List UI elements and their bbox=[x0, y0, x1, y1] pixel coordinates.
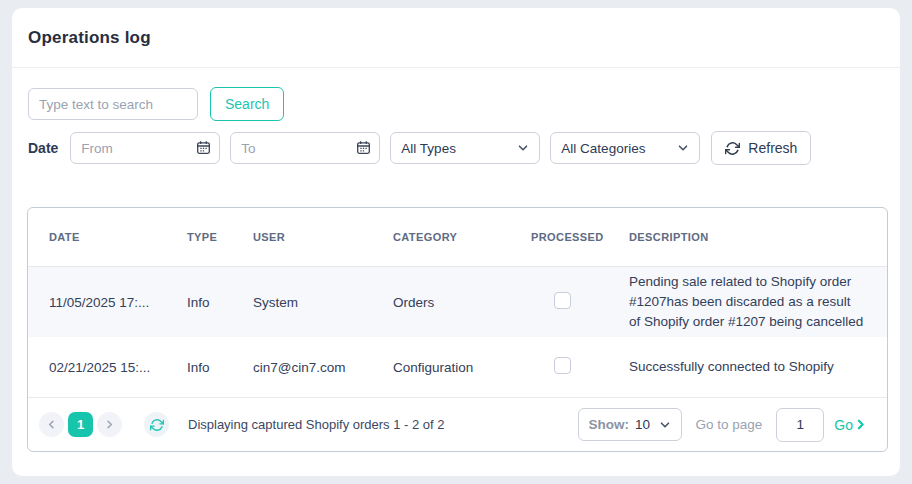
page-title: Operations log bbox=[28, 28, 151, 48]
page-size-value: 10 bbox=[635, 417, 650, 432]
page-size-select[interactable]: Show: 10 bbox=[578, 408, 682, 441]
prev-page-button[interactable] bbox=[39, 412, 64, 437]
refresh-button-label: Refresh bbox=[748, 140, 797, 156]
calendar-icon[interactable] bbox=[356, 140, 371, 155]
cell-user: cin7@cin7.com bbox=[253, 360, 393, 375]
page-size-label: Show: bbox=[589, 417, 630, 432]
chevron-right-icon bbox=[104, 419, 115, 430]
refresh-button[interactable]: Refresh bbox=[711, 131, 811, 165]
search-row: Search bbox=[12, 68, 900, 121]
date-from-field bbox=[70, 132, 220, 164]
refresh-icon bbox=[725, 141, 740, 156]
pagination-bar: 1 Displaying captured Shopify orders 1 -… bbox=[28, 397, 887, 451]
column-header-description: DESCRIPTION bbox=[629, 231, 867, 243]
type-select[interactable]: All Types bbox=[390, 132, 540, 164]
chevron-down-icon bbox=[677, 142, 689, 154]
category-select[interactable]: All Categories bbox=[550, 132, 700, 164]
goto-page-label: Go to page bbox=[696, 417, 763, 432]
processed-checkbox[interactable] bbox=[554, 357, 571, 374]
card-header: Operations log bbox=[12, 8, 900, 68]
processed-checkbox[interactable] bbox=[554, 292, 571, 309]
search-button[interactable]: Search bbox=[210, 87, 284, 121]
cell-date: 02/21/2025 15:... bbox=[49, 360, 187, 375]
cell-category: Configuration bbox=[393, 360, 531, 375]
column-header-user: USER bbox=[253, 231, 393, 243]
cell-type: Info bbox=[187, 295, 253, 310]
category-select-value: All Categories bbox=[561, 141, 645, 156]
column-header-date: DATE bbox=[49, 231, 187, 243]
operations-log-card: Operations log Search Date bbox=[12, 8, 900, 476]
filter-row: Date All Types bbox=[12, 121, 900, 165]
results-summary: Displaying captured Shopify orders 1 - 2… bbox=[188, 417, 445, 432]
chevron-left-icon bbox=[46, 419, 57, 430]
column-header-type: TYPE bbox=[187, 231, 253, 243]
cell-type: Info bbox=[187, 360, 253, 375]
search-input[interactable] bbox=[28, 88, 198, 120]
go-button[interactable]: Go bbox=[834, 417, 867, 433]
refresh-icon bbox=[150, 418, 164, 432]
chevron-right-icon bbox=[854, 418, 867, 431]
column-header-processed: PROCESSED bbox=[531, 231, 629, 243]
cell-processed bbox=[531, 357, 629, 377]
date-filter-label: Date bbox=[28, 140, 58, 156]
cell-processed bbox=[531, 292, 629, 312]
calendar-icon[interactable] bbox=[196, 140, 211, 155]
table-row: 02/21/2025 15:... Info cin7@cin7.com Con… bbox=[28, 337, 887, 397]
table-row: 11/05/2025 17:... Info System Orders Pen… bbox=[28, 267, 887, 337]
chevron-down-icon bbox=[517, 142, 529, 154]
current-page-badge[interactable]: 1 bbox=[68, 412, 93, 437]
pagination-refresh-button[interactable] bbox=[144, 412, 169, 437]
cell-description: Successfully connected to Shopify bbox=[629, 357, 867, 377]
cell-date: 11/05/2025 17:... bbox=[49, 295, 187, 310]
operations-table: DATE TYPE USER CATEGORY PROCESSED DESCRI… bbox=[27, 207, 888, 452]
goto-page-input[interactable] bbox=[776, 408, 824, 442]
chevron-down-icon bbox=[659, 419, 671, 431]
type-select-value: All Types bbox=[401, 141, 456, 156]
next-page-button[interactable] bbox=[97, 412, 122, 437]
column-header-category: CATEGORY bbox=[393, 231, 531, 243]
pagination-controls: Show: 10 Go to page Go bbox=[578, 408, 868, 442]
go-button-label: Go bbox=[834, 417, 853, 433]
table-header-row: DATE TYPE USER CATEGORY PROCESSED DESCRI… bbox=[28, 208, 887, 267]
cell-description: Pending sale related to Shopify order #1… bbox=[629, 272, 867, 332]
cell-user: System bbox=[253, 295, 393, 310]
cell-category: Orders bbox=[393, 295, 531, 310]
date-to-field bbox=[230, 132, 380, 164]
